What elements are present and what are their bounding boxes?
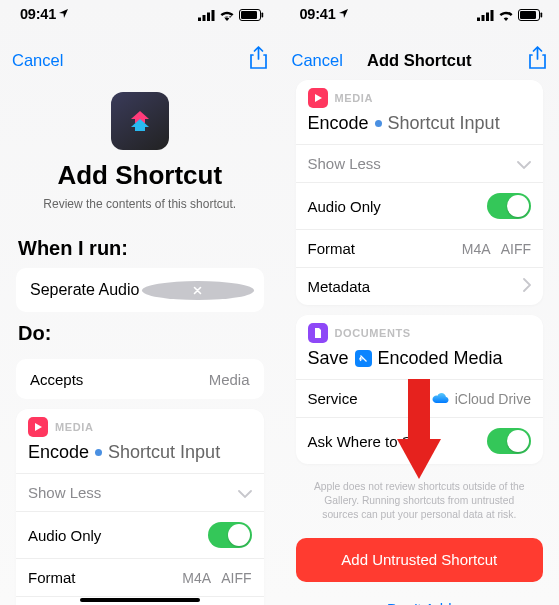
variable-dot-icon: [95, 449, 102, 456]
encode-input[interactable]: Shortcut Input: [388, 113, 500, 134]
svg-rect-6: [261, 13, 263, 18]
encode-card: MEDIA Encode Shortcut Input Show Less Au…: [296, 80, 544, 305]
svg-rect-10: [491, 10, 494, 21]
service-row[interactable]: Service iCloud Drive: [296, 379, 544, 417]
audio-only-row: Audio Only: [296, 182, 544, 229]
shortcut-name-field[interactable]: Seperate Audio: [16, 268, 264, 312]
magic-var-icon: [355, 350, 372, 367]
svg-rect-5: [241, 11, 257, 19]
svg-rect-7: [477, 18, 480, 22]
svg-rect-3: [211, 10, 214, 21]
location-icon: [339, 7, 349, 21]
share-button[interactable]: [249, 46, 268, 74]
encode-category: MEDIA: [55, 421, 93, 433]
svg-rect-8: [482, 15, 485, 21]
svg-rect-1: [202, 15, 205, 21]
location-icon: [59, 7, 69, 21]
show-less-label: Show Less: [28, 484, 101, 501]
status-bar-right: 09:41: [280, 0, 560, 42]
ask-where-row: Ask Where to Save: [296, 417, 544, 464]
encode-input[interactable]: Shortcut Input: [108, 442, 220, 463]
chevron-down-icon: [238, 484, 252, 501]
variable-dot-icon: [375, 120, 382, 127]
dont-add-button[interactable]: Don't Add: [280, 588, 560, 605]
format-label: Format: [308, 240, 356, 257]
format-m4a[interactable]: M4A: [462, 241, 491, 257]
media-badge-icon: [308, 88, 328, 108]
accepts-row: Accepts Media: [16, 359, 264, 399]
encode-verb: Encode: [308, 113, 369, 134]
format-row: Format M4A AIFF: [16, 558, 264, 596]
page-title: Add Shortcut: [0, 160, 280, 191]
format-aiff[interactable]: AIFF: [501, 241, 531, 257]
audio-only-toggle[interactable]: [208, 522, 252, 548]
when-i-run-header: When I run:: [0, 227, 280, 268]
show-less-label: Show Less: [308, 155, 381, 172]
do-header: Do:: [0, 312, 280, 353]
metadata-label: Metadata: [308, 278, 371, 295]
wifi-icon: [498, 8, 514, 24]
format-m4a[interactable]: M4A: [182, 570, 211, 586]
svg-rect-12: [520, 11, 536, 19]
save-verb: Save: [308, 348, 349, 369]
service-label: Service: [308, 390, 358, 407]
wifi-icon: [219, 8, 235, 24]
save-category: DOCUMENTS: [335, 327, 411, 339]
battery-icon: [518, 8, 543, 24]
audio-only-label: Audio Only: [28, 527, 101, 544]
icloud-icon: [432, 391, 449, 407]
page-title: Add Shortcut: [367, 51, 472, 70]
save-target[interactable]: Encoded Media: [378, 348, 503, 369]
chevron-right-icon: [523, 278, 531, 295]
svg-rect-13: [541, 13, 543, 18]
nav-header: Cancel: [0, 42, 280, 78]
battery-icon: [239, 8, 264, 24]
encode-verb: Encode: [28, 442, 89, 463]
save-card: DOCUMENTS Save Encoded Media Service iCl…: [296, 315, 544, 464]
disclaimer-text: Apple does not review shortcuts outside …: [280, 474, 560, 532]
add-untrusted-button[interactable]: Add Untrusted Shortcut: [296, 538, 544, 582]
show-less-row[interactable]: Show Less: [16, 473, 264, 511]
clear-icon[interactable]: [142, 281, 254, 300]
ask-where-toggle[interactable]: [487, 428, 531, 454]
page-subtitle: Review the contents of this shortcut.: [0, 197, 280, 211]
show-less-row[interactable]: Show Less: [296, 144, 544, 182]
cancel-button[interactable]: Cancel: [292, 51, 343, 70]
clock: 09:41: [300, 6, 336, 22]
ask-where-label: Ask Where to Save: [308, 433, 436, 450]
documents-badge-icon: [308, 323, 328, 343]
status-bar-left: 09:41: [0, 0, 280, 42]
format-label: Format: [28, 569, 76, 586]
clock: 09:41: [20, 6, 56, 22]
svg-rect-9: [486, 13, 489, 22]
metadata-row[interactable]: Metadata: [296, 267, 544, 305]
shortcut-app-icon: [111, 92, 169, 150]
svg-rect-0: [198, 18, 201, 22]
service-value: iCloud Drive: [455, 391, 531, 407]
signal-icon: [477, 8, 494, 24]
chevron-down-icon: [517, 155, 531, 172]
audio-only-row: Audio Only: [16, 511, 264, 558]
accepts-label: Accepts: [30, 371, 83, 388]
accepts-value: Media: [209, 371, 250, 388]
nav-header: Cancel Add Shortcut: [280, 42, 560, 78]
home-indicator: [80, 598, 200, 602]
audio-only-toggle[interactable]: [487, 193, 531, 219]
signal-icon: [198, 8, 215, 24]
format-row: Format M4A AIFF: [296, 229, 544, 267]
encode-category: MEDIA: [335, 92, 373, 104]
shortcut-name-value: Seperate Audio: [30, 281, 142, 299]
encode-card: MEDIA Encode Shortcut Input Show Less Au…: [16, 409, 264, 605]
audio-only-label: Audio Only: [308, 198, 381, 215]
cancel-button[interactable]: Cancel: [12, 51, 63, 70]
share-button[interactable]: [528, 46, 547, 74]
media-badge-icon: [28, 417, 48, 437]
svg-rect-2: [207, 13, 210, 22]
format-aiff[interactable]: AIFF: [221, 570, 251, 586]
